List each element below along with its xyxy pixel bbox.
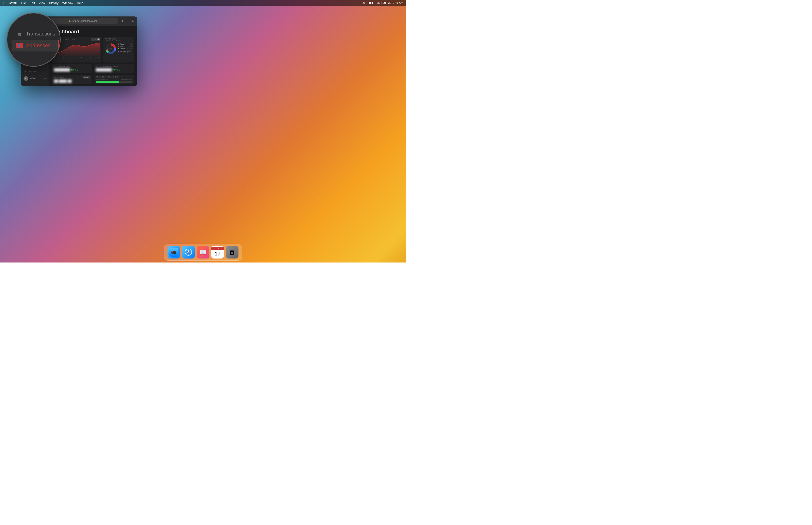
downloads-icon[interactable]: ⊙ <box>132 19 134 23</box>
circle-overlay: ▤ Transactions 👤 Addresses <box>6 13 61 67</box>
circle-transactions-label: Transactions <box>26 31 55 37</box>
progress-bar <box>96 81 132 83</box>
breakdown-section: REWARDS BREAKDOWN WITHDRAWN (65%) PENDIN… <box>94 75 134 84</box>
x-label-fri: Fri <box>90 57 91 59</box>
svg-point-12 <box>175 252 176 252</box>
settings-item[interactable]: ⚙ Support <box>22 68 47 75</box>
withdrawn-label: WITHDRAWN (65%) <box>96 79 109 80</box>
dock-books[interactable]: 📖 <box>197 246 209 258</box>
chart-area: Rewards History D M Y <box>52 37 134 62</box>
staked-card: STAKED AMOUNT ████████ 4.08 % ▲ <box>52 64 92 73</box>
menu-date-time: Mon Jun 22 9:41 AM <box>377 1 403 4</box>
toggle-y[interactable]: Y <box>97 38 100 41</box>
circle-addresses-item[interactable]: 👤 Addresses <box>12 40 59 51</box>
x-label-sat: Sat <box>98 57 100 59</box>
rewards-list: REWARDS Today ▾ ██ ████ ██ <box>52 75 92 84</box>
aptos-name: Aptos <box>120 43 129 45</box>
menu-bar-left:  Safari File Edit View History Window H… <box>3 1 83 5</box>
reward-card: TOTAL REWARD AMOUNT ████████ 7.04 % ▲ <box>94 64 134 73</box>
battery-icon: ▮▮▮ <box>368 1 373 4</box>
finder-icon <box>169 248 178 257</box>
menu-view[interactable]: View <box>39 1 45 5</box>
progress-fill <box>96 81 119 83</box>
dock-trash[interactable]: 🗑 <box>226 246 239 258</box>
safari-icon <box>184 248 193 256</box>
user-avatar: ● <box>24 76 28 81</box>
polkadot-name: Polkadot <box>120 51 126 52</box>
portfolio-legend: Aptos 0 % Tron 22.88 % Solana <box>118 43 133 54</box>
circle-transactions-item[interactable]: ▤ Transactions <box>12 28 59 40</box>
rewards-blurred-value: ██ ████ ██ <box>54 79 90 83</box>
donut-chart: TOTAL <box>105 43 117 55</box>
menu-bar:  Safari File Edit View History Window H… <box>0 0 406 6</box>
solana-dot <box>118 48 119 49</box>
menu-file[interactable]: File <box>21 1 26 5</box>
sidebar-bottom: ⚙ Support ● Bitfinex ⇥ <box>21 65 49 84</box>
dock-safari[interactable] <box>182 246 195 258</box>
calendar-day-label: 17 <box>215 250 220 257</box>
books-icon: 📖 <box>199 249 207 256</box>
staked-value: ████████ <box>54 68 70 72</box>
reward-change: 7.04 % ▲ <box>113 69 120 71</box>
x-label-wed: Wed <box>72 57 75 59</box>
bottom-row: REWARDS Today ▾ ██ ████ ██ REWARDS BREAK… <box>52 75 134 84</box>
breakdown-label: REWARDS BREAKDOWN <box>96 76 132 78</box>
portfolio-title: PORTFOLIO DISTRIBUTIONS <box>105 38 133 41</box>
reward-label: TOTAL REWARD AMOUNT <box>96 66 132 68</box>
circle-addresses-label: Addresses <box>26 43 50 49</box>
url-text: terminal.luganodes.com <box>72 20 97 22</box>
polkadot-dot <box>118 51 119 52</box>
circle-addresses-icon: 👤 <box>16 43 23 48</box>
address-bar[interactable]: 🔒 terminal.luganodes.com <box>47 18 118 24</box>
calendar-month-label: JUL <box>211 247 224 250</box>
main-content: Dashboard Rewards History D M Y <box>49 26 137 86</box>
legend-tron: Tron 22.88 % <box>118 46 133 47</box>
reward-value-row: ████████ 7.04 % ▲ <box>96 68 132 72</box>
svg-point-10 <box>174 251 177 254</box>
user-name: Bitfinex <box>30 77 43 80</box>
page-title: Dashboard <box>52 29 134 35</box>
dock: 📖 JUL 17 🗑 <box>164 244 242 260</box>
support-label: Support <box>29 71 36 73</box>
area-chart <box>53 42 100 56</box>
today-button[interactable]: Today ▾ <box>82 76 90 78</box>
svg-text:TOTAL: TOTAL <box>109 48 112 49</box>
menu-history[interactable]: History <box>49 1 59 5</box>
x-label-tue: Tue <box>63 57 65 59</box>
dmwy-toggle: D M Y <box>91 38 100 41</box>
staked-label: STAKED AMOUNT <box>54 66 90 68</box>
toggle-d[interactable]: D <box>91 38 93 41</box>
tron-dot <box>118 46 119 47</box>
logout-icon[interactable]: ⇥ <box>44 77 46 80</box>
legend-solana: Solana 6.81 % <box>118 48 133 49</box>
menu-edit[interactable]: Edit <box>30 1 35 5</box>
new-tab-icon[interactable]: ＋ <box>126 19 129 23</box>
aptos-dot <box>118 44 119 45</box>
staked-value-row: ████████ 4.08 % ▲ <box>54 68 90 72</box>
staked-change: 4.08 % ▲ <box>71 69 78 71</box>
rewards-header: REWARDS Today ▾ <box>54 76 90 78</box>
portfolio-section: PORTFOLIO DISTRIBUTIONS <box>103 37 134 62</box>
apple-menu[interactable]:  <box>3 1 4 5</box>
user-section: ● Bitfinex ⇥ <box>21 75 48 82</box>
dock-finder[interactable] <box>168 246 180 258</box>
settings-icon: ⚙ <box>25 70 27 73</box>
x-label-thu: Thu <box>81 57 83 59</box>
solana-pct: 6.81 % <box>127 48 133 49</box>
aptos-pct: 0 % <box>130 43 133 45</box>
stats-row: STAKED AMOUNT ████████ 4.08 % ▲ TOTAL RE… <box>52 64 134 73</box>
share-icon[interactable]: ⬆ <box>121 19 124 23</box>
rewards-section-label: REWARDS <box>54 77 64 78</box>
wifi-icon: ⌘ <box>362 1 365 4</box>
menu-window[interactable]: Window <box>62 1 73 5</box>
circle-transactions-icon: ▤ <box>16 31 22 37</box>
browser-actions: ⬆ ＋ ⊙ <box>121 19 134 23</box>
menu-app-name[interactable]: Safari <box>9 1 17 5</box>
trash-icon: 🗑 <box>229 249 235 256</box>
menu-help[interactable]: Help <box>77 1 83 5</box>
solana-name: Solana <box>120 48 127 49</box>
dock-calendar[interactable]: JUL 17 <box>211 246 224 258</box>
toggle-m[interactable]: M <box>94 38 97 41</box>
pending-label: PENDING (41%) <box>121 79 132 80</box>
polkadot-pct: 10.08 % <box>127 50 133 54</box>
